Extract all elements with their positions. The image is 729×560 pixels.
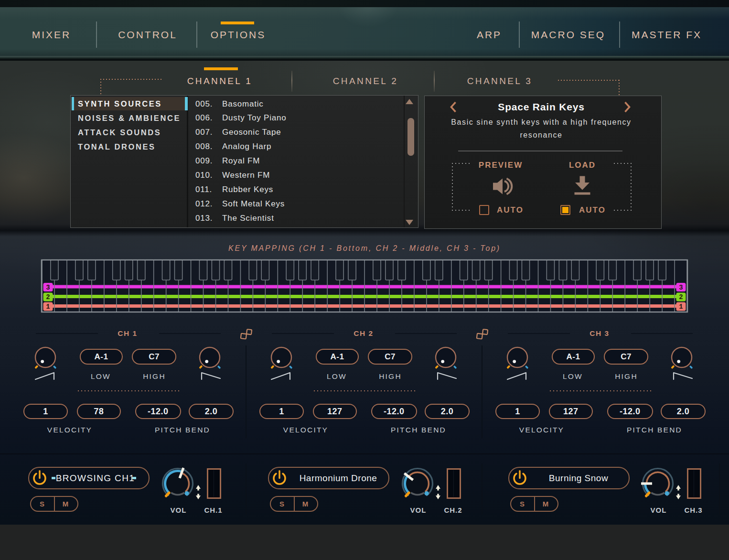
svg-text:3: 3 bbox=[679, 284, 683, 291]
svg-text:1: 1 bbox=[46, 303, 50, 311]
svg-text:2: 2 bbox=[679, 293, 683, 301]
svg-text:2: 2 bbox=[46, 293, 50, 301]
svg-text:3: 3 bbox=[46, 284, 50, 291]
svg-text:1: 1 bbox=[679, 303, 683, 311]
